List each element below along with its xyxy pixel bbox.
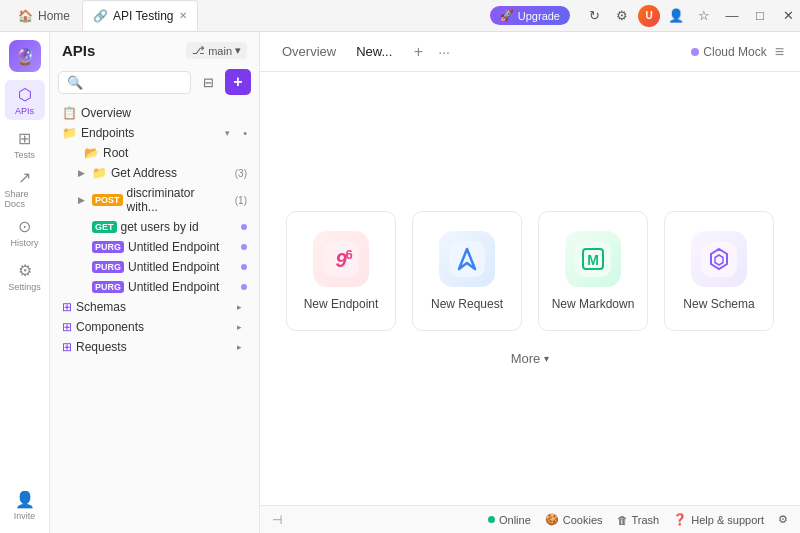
content-area: Overview New... + ··· Cloud Mock ≡ [260,32,800,533]
title-bar: 🏠 Home 🔗 API Testing ✕ 🚀 Upgrade ↻ ⚙ U 👤… [0,0,800,32]
more-button[interactable]: More ▾ [511,351,550,366]
tab-close-icon[interactable]: ✕ [179,10,187,21]
tree-item-untitled2[interactable]: PURG Untitled Endpoint [50,257,259,277]
maximize-button[interactable]: □ [748,4,772,28]
untitled1-dot [241,244,247,250]
new-request-label: New Request [431,297,503,311]
tree-item-root[interactable]: 📂 Root [50,143,259,163]
new-request-card[interactable]: New Request [412,211,522,331]
sidebar-search-row: 🔍 ⊟ + [50,65,259,99]
add-tab-button[interactable]: + [406,40,430,64]
upgrade-button[interactable]: 🚀 Upgrade [490,6,570,25]
minimize-button[interactable]: — [720,4,744,28]
schema-card-icon [691,231,747,287]
tree-item-overview[interactable]: 📋 Overview [50,103,259,123]
new-endpoint-label: New Endpoint [304,297,379,311]
sidebar-item-apis[interactable]: ⬡ APIs [5,80,45,120]
collapse-sidebar-button[interactable]: ⊣ [272,513,282,527]
get-address-label: Get Address [111,166,228,180]
sidebar-item-history[interactable]: ⊙ History [5,212,45,252]
branch-selector[interactable]: ⎇ main ▾ [186,42,247,59]
endpoints-label: Endpoints [81,126,221,140]
new-schema-card[interactable]: New Schema [664,211,774,331]
get-users-dot [241,224,247,230]
online-label: Online [499,514,531,526]
sidebar-header: APIs ⎇ main ▾ [50,32,259,65]
tree-item-untitled3[interactable]: PURG Untitled Endpoint [50,277,259,297]
left-nav: 🔮 ⬡ APIs ⊞ Tests ↗ Share Docs ⊙ History … [0,32,50,533]
apis-label: APIs [15,106,34,116]
cloud-mock-label: Cloud Mock [703,45,766,59]
trash-button[interactable]: 🗑 Trash [617,514,660,526]
tab-api-testing[interactable]: 🔗 API Testing ✕ [82,0,197,31]
sidebar-item-invite[interactable]: 👤 Invite [5,485,45,525]
home-icon: 🏠 [18,9,33,23]
sidebar-tree: 📋 Overview 📁 Endpoints ▾ • 📂 Root ▶ 📁 Ge… [50,99,259,533]
share-label: Share Docs [5,189,45,209]
status-settings-button[interactable]: ⚙ [778,513,788,526]
close-button[interactable]: ✕ [776,4,800,28]
app-logo[interactable]: 🔮 [9,40,41,72]
overview-icon: 📋 [62,106,77,120]
add-button[interactable]: + [225,69,251,95]
status-bar: ⊣ Online 🍪 Cookies 🗑 Trash ❓ Help & supp [260,505,800,533]
avatar[interactable]: U [638,5,660,27]
sidebar-item-tests[interactable]: ⊞ Tests [5,124,45,164]
requests-label: Requests [76,340,233,354]
tree-item-schemas[interactable]: ⊞ Schemas ▸ [50,297,259,317]
new-markdown-card[interactable]: M New Markdown [538,211,648,331]
tree-item-get-users[interactable]: GET get users by id [50,217,259,237]
untitled2-dot [241,264,247,270]
branch-label: main [208,45,232,57]
title-bar-right: 🚀 Upgrade ↻ ⚙ U 👤 ☆ — □ ✕ [490,4,800,28]
tree-item-get-address[interactable]: ▶ 📁 Get Address (3) [50,163,259,183]
tree-item-discriminator[interactable]: ▶ POST discriminator with... (1) [50,183,259,217]
post-badge: POST [92,194,123,206]
help-button[interactable]: ❓ Help & support [673,513,764,526]
search-icon: 🔍 [67,75,83,90]
untitled1-label: Untitled Endpoint [128,240,237,254]
sidebar: APIs ⎇ main ▾ 🔍 ⊟ + 📋 Overview 📁 [50,32,260,533]
svg-rect-3 [449,241,485,277]
discriminator-chevron-icon: ▶ [78,195,88,205]
cookies-button[interactable]: 🍪 Cookies [545,513,603,526]
online-status[interactable]: Online [488,514,531,526]
components-label: Components [76,320,233,334]
online-dot [488,516,495,523]
title-bar-tabs: 🏠 Home 🔗 API Testing ✕ [0,0,198,31]
purg-badge-2: PURG [92,261,124,273]
content-header: Overview New... + ··· Cloud Mock ≡ [260,32,800,72]
user-icon-btn[interactable]: 👤 [664,4,688,28]
content-tab-overview[interactable]: Overview [276,44,342,59]
content-tab-new[interactable]: New... [350,44,398,59]
new-endpoint-card[interactable]: 9 6 New Endpoint [286,211,396,331]
tree-item-endpoints[interactable]: 📁 Endpoints ▾ • [50,123,259,143]
request-card-icon [439,231,495,287]
settings-icon-btn[interactable]: ⚙ [610,4,634,28]
tree-item-requests[interactable]: ⊞ Requests ▸ [50,337,259,357]
trash-label: Trash [632,514,660,526]
search-box[interactable]: 🔍 [58,71,191,94]
endpoints-icon: 📁 [62,126,77,140]
invite-label: Invite [14,511,36,521]
refresh-button[interactable]: ↻ [582,4,606,28]
star-icon-btn[interactable]: ☆ [692,4,716,28]
tab-home[interactable]: 🏠 Home [8,0,80,31]
more-label: More [511,351,541,366]
overview-label: Overview [81,106,247,120]
more-tabs-button[interactable]: ··· [438,44,450,60]
search-input[interactable] [87,75,182,89]
help-label: Help & support [691,514,764,526]
requests-chevron-icon: ▸ [237,342,247,352]
tree-item-components[interactable]: ⊞ Components ▸ [50,317,259,337]
new-markdown-label: New Markdown [552,297,635,311]
get-address-icon: 📁 [92,166,107,180]
apis-icon: ⬡ [18,85,32,104]
content-menu-button[interactable]: ≡ [775,43,784,61]
sidebar-item-settings[interactable]: ⚙ Settings [5,256,45,296]
status-bar-right: Online 🍪 Cookies 🗑 Trash ❓ Help & suppor… [488,513,788,526]
sidebar-item-share-docs[interactable]: ↗ Share Docs [5,168,45,208]
schemas-chevron-icon: ▸ [237,302,247,312]
tree-item-untitled1[interactable]: PURG Untitled Endpoint [50,237,259,257]
filter-button[interactable]: ⊟ [195,69,221,95]
